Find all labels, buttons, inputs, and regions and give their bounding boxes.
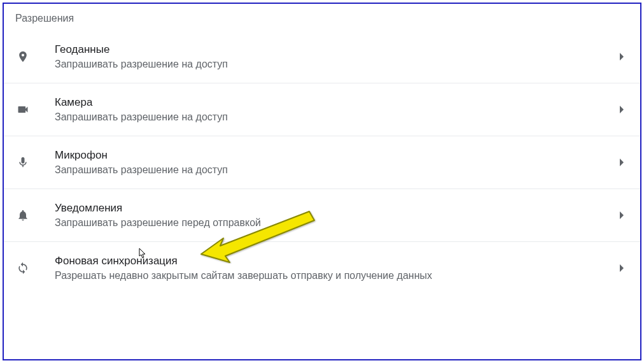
- permission-item-background-sync[interactable]: Фоновая синхронизация Разрешать недавно …: [4, 241, 640, 294]
- item-content: Геоданные Запрашивать разрешение на дост…: [55, 43, 616, 70]
- chevron-right-icon: [616, 103, 629, 116]
- bell-icon: [15, 208, 31, 223]
- item-subtitle: Разрешать недавно закрытым сайтам заверш…: [55, 270, 616, 281]
- item-title: Микрофон: [55, 149, 616, 162]
- section-header: Разрешения: [4, 4, 640, 31]
- chevron-right-icon: [616, 209, 629, 222]
- item-subtitle: Запрашивать разрешение перед отправкой: [55, 217, 616, 229]
- item-content: Фоновая синхронизация Разрешать недавно …: [55, 255, 616, 281]
- item-subtitle: Запрашивать разрешение на доступ: [55, 59, 616, 70]
- camera-icon: [15, 102, 31, 117]
- permissions-list: Геоданные Запрашивать разрешение на дост…: [4, 31, 640, 294]
- permission-item-camera[interactable]: Камера Запрашивать разрешение на доступ: [4, 83, 640, 136]
- item-title: Камера: [55, 96, 616, 109]
- microphone-icon: [15, 155, 31, 170]
- permission-item-location[interactable]: Геоданные Запрашивать разрешение на дост…: [4, 31, 640, 83]
- item-title: Уведомления: [55, 202, 616, 215]
- permission-item-microphone[interactable]: Микрофон Запрашивать разрешение на досту…: [4, 136, 640, 189]
- item-title: Фоновая синхронизация: [55, 255, 616, 267]
- item-title: Геоданные: [55, 43, 616, 56]
- item-subtitle: Запрашивать разрешение на доступ: [55, 111, 616, 123]
- chevron-right-icon: [616, 262, 629, 274]
- permission-item-notifications[interactable]: Уведомления Запрашивать разрешение перед…: [4, 189, 640, 241]
- location-icon: [15, 49, 31, 64]
- permissions-panel: Разрешения Геоданные Запрашивать разреше…: [3, 3, 641, 360]
- item-subtitle: Запрашивать разрешение на доступ: [55, 164, 616, 176]
- chevron-right-icon: [616, 156, 629, 169]
- item-content: Микрофон Запрашивать разрешение на досту…: [55, 149, 616, 176]
- sync-icon: [15, 260, 31, 276]
- chevron-right-icon: [616, 50, 629, 63]
- item-content: Уведомления Запрашивать разрешение перед…: [55, 202, 616, 229]
- item-content: Камера Запрашивать разрешение на доступ: [55, 96, 616, 123]
